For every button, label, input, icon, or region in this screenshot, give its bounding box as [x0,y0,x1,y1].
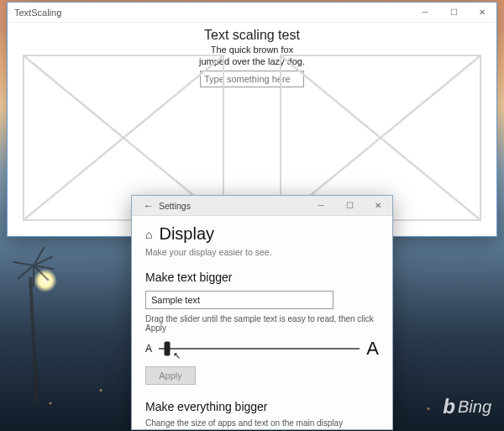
slider-label-small-a: A [145,343,152,355]
sample-text-input[interactable] [145,291,333,309]
text-size-slider[interactable]: ↖ [159,340,360,357]
textscaling-heading: Text scaling test [24,28,480,43]
slider-hint: Drag the slider until the sample text is… [145,314,379,333]
settings-window: ← Settings ─ ☐ ✕ ⌂ Display Make your dis… [131,195,393,430]
textscaling-title: TextScaling [14,8,61,18]
maximize-button[interactable]: ☐ [335,196,364,216]
apply-button[interactable]: Apply [145,366,196,385]
page-title: Display [159,224,214,244]
textscaling-titlebar[interactable]: TextScaling ─ ☐ ✕ [8,3,496,23]
back-button[interactable]: ← [139,200,159,212]
maximize-button[interactable]: ☐ [439,3,468,23]
wallpaper-palm [8,252,59,403]
minimize-button[interactable]: ─ [307,196,335,216]
slider-label-big-a: A [366,338,379,360]
cursor-icon: ↖ [173,350,181,361]
home-icon[interactable]: ⌂ [145,228,152,241]
page-subtitle: Make your display easier to see. [145,247,379,257]
minimize-button[interactable]: ─ [411,3,439,23]
settings-title: Settings [159,201,191,211]
close-button[interactable]: ✕ [468,3,496,23]
section2-hint: Change the size of apps and text on the … [145,418,379,428]
settings-titlebar[interactable]: ← Settings ─ ☐ ✕ [132,196,392,216]
section-make-text-bigger: Make text bigger [145,271,379,284]
section-make-everything-bigger: Make everything bigger [145,400,379,413]
bing-watermark: bBing [443,395,491,418]
close-button[interactable]: ✕ [364,196,392,216]
